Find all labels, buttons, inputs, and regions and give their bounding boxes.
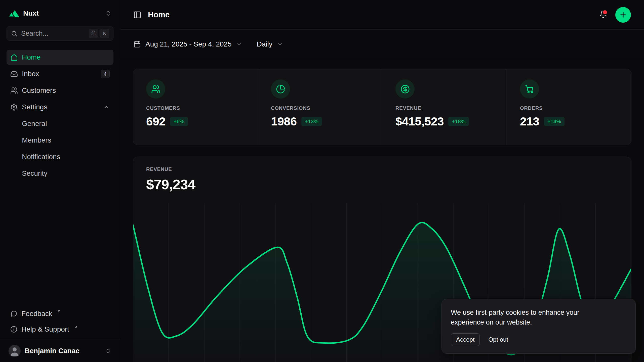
- stat-delta-badge: +18%: [448, 117, 469, 126]
- sidebar-item-home[interactable]: Home: [7, 50, 113, 65]
- stat-label: CONVERSIONS: [271, 105, 369, 111]
- stat-icon-circle: [395, 79, 415, 99]
- inbox-count-badge: 4: [101, 70, 110, 78]
- stat-delta-badge: +6%: [170, 117, 188, 126]
- plus-icon: [619, 11, 627, 19]
- sidebar: Nuxt Search... ⌘ K Home: [0, 0, 120, 362]
- kbd-cmd: ⌘: [89, 29, 98, 38]
- user-name: Benjamin Canac: [25, 347, 79, 355]
- stat-customers[interactable]: CUSTOMERS 692 +6%: [133, 69, 258, 145]
- kbd-k: K: [100, 29, 109, 38]
- search-placeholder: Search...: [21, 30, 85, 37]
- sidebar-item-notifications[interactable]: Notifications: [7, 149, 113, 164]
- cookie-message: We use first-party cookies to enhance yo…: [451, 308, 597, 327]
- opt-out-button[interactable]: Opt out: [488, 336, 508, 343]
- sidebar-item-label: Notifications: [22, 153, 60, 161]
- sidebar-item-settings[interactable]: Settings: [7, 100, 113, 115]
- stat-conversions[interactable]: CONVERSIONS 1986 +13%: [258, 69, 382, 145]
- chevrons-up-down-icon: [105, 10, 111, 17]
- pie-chart-icon: [276, 84, 285, 94]
- sidebar-item-label: Settings: [22, 103, 47, 111]
- user-menu[interactable]: Benjamin Canac: [0, 340, 120, 362]
- external-link-icon: [74, 325, 78, 329]
- chat-icon: [10, 310, 17, 317]
- stat-label: REVENUE: [395, 105, 494, 111]
- sidebar-item-general[interactable]: General: [7, 116, 113, 131]
- cart-icon: [525, 84, 534, 94]
- footer-item-label: Help & Support: [21, 325, 69, 333]
- stat-label: ORDERS: [520, 105, 618, 111]
- avatar: [9, 345, 21, 357]
- topbar: Home: [120, 0, 644, 30]
- sidebar-footer: Feedback Help & Support: [7, 306, 113, 337]
- cookie-banner: We use first-party cookies to enhance yo…: [441, 299, 636, 354]
- panel-left-icon[interactable]: [133, 11, 141, 19]
- accept-button[interactable]: Accept: [451, 333, 480, 346]
- stat-label: CUSTOMERS: [146, 105, 245, 111]
- revenue-label: REVENUE: [146, 166, 618, 172]
- feedback-link[interactable]: Feedback: [7, 306, 113, 321]
- stat-value: 692: [146, 114, 166, 128]
- stat-icon-circle: [520, 79, 539, 99]
- stats-card: CUSTOMERS 692 +6% CONVERSIONS 1986: [133, 69, 631, 145]
- stat-orders[interactable]: ORDERS 213 +14%: [507, 69, 631, 145]
- app-root: Nuxt Search... ⌘ K Home: [0, 0, 644, 362]
- sidebar-item-label: Inbox: [22, 70, 39, 78]
- calendar-icon: [133, 40, 141, 48]
- date-range-picker[interactable]: Aug 21, 2025 - Sep 4, 2025: [133, 40, 242, 48]
- stat-icon-circle: [271, 79, 290, 99]
- stat-delta-badge: +14%: [544, 117, 565, 126]
- chevron-down-icon: [236, 41, 242, 47]
- sidebar-item-security[interactable]: Security: [7, 166, 113, 181]
- page-title: Home: [148, 10, 170, 19]
- revenue-value: $79,234: [146, 176, 618, 193]
- chevron-down-icon: [277, 41, 283, 47]
- period-label: Daily: [257, 40, 272, 48]
- search-icon: [11, 30, 18, 37]
- filter-bar: Aug 21, 2025 - Sep 4, 2025 Daily: [120, 30, 644, 59]
- gear-icon: [10, 103, 18, 111]
- revenue-card-header: REVENUE $79,234: [133, 157, 631, 193]
- stat-value: 213: [520, 114, 539, 128]
- sidebar-item-inbox[interactable]: Inbox 4: [7, 66, 113, 81]
- workspace-name: Nuxt: [23, 9, 39, 17]
- search-input[interactable]: Search... ⌘ K: [7, 26, 113, 41]
- add-button[interactable]: [615, 7, 631, 23]
- stat-revenue[interactable]: REVENUE $415,523 +18%: [382, 69, 507, 145]
- sidebar-item-label: Home: [22, 53, 41, 61]
- stat-delta-badge: +13%: [301, 117, 322, 126]
- sidebar-item-customers[interactable]: Customers: [7, 83, 113, 98]
- period-select[interactable]: Daily: [257, 40, 283, 48]
- users-icon: [10, 87, 18, 94]
- chevrons-up-down-icon: [105, 348, 111, 354]
- help-support-link[interactable]: Help & Support: [7, 322, 113, 337]
- sidebar-item-members[interactable]: Members: [7, 133, 113, 148]
- footer-item-label: Feedback: [21, 310, 52, 318]
- topbar-actions: [599, 7, 631, 23]
- date-range-label: Aug 21, 2025 - Sep 4, 2025: [145, 40, 232, 48]
- stat-value: 1986: [271, 114, 297, 128]
- sidebar-item-label: Security: [22, 169, 47, 177]
- external-link-icon: [57, 309, 61, 313]
- nuxt-logo-icon: [9, 10, 19, 17]
- sidebar-item-label: Members: [22, 136, 51, 144]
- inbox-icon: [10, 70, 18, 78]
- chevron-up-icon: [103, 104, 110, 110]
- sidebar-nav: Home Inbox 4 Customers Settings: [7, 50, 113, 181]
- stat-value: $415,523: [395, 114, 444, 128]
- workspace-switcher[interactable]: Nuxt: [7, 7, 113, 20]
- users-icon: [151, 84, 160, 94]
- stat-icon-circle: [146, 79, 165, 99]
- sidebar-item-label: Customers: [22, 86, 56, 95]
- notifications-button[interactable]: [599, 10, 607, 19]
- cookie-actions: Accept Opt out: [451, 333, 626, 346]
- search-shortcut: ⌘ K: [89, 29, 109, 38]
- home-icon: [10, 54, 18, 61]
- dollar-circle-icon: [400, 84, 410, 94]
- sidebar-spacer: [0, 181, 120, 306]
- info-icon: [10, 326, 17, 333]
- sidebar-item-label: General: [22, 120, 47, 128]
- notification-dot: [602, 10, 608, 15]
